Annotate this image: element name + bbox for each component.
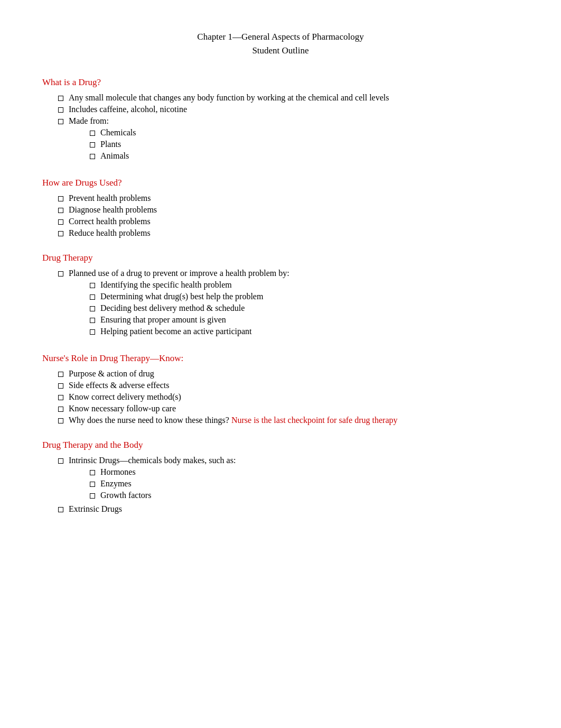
list-item-text: Any small molecule that changes any body… — [69, 93, 519, 103]
list-item: Enzymes — [69, 479, 519, 489]
page-title: Chapter 1—General Aspects of Pharmacolog… — [42, 32, 519, 42]
section-heading-how-are-drugs-used: How are Drugs Used? — [42, 178, 519, 188]
list-item-text: Extrinsic Drugs — [69, 504, 519, 514]
bullet-icon — [90, 142, 95, 148]
list-item: Planned use of a drug to prevent or impr… — [42, 269, 519, 338]
bullet-list-drug-therapy: Planned use of a drug to prevent or impr… — [42, 269, 519, 338]
bullet-icon — [58, 96, 63, 101]
sub-bullet-list: ChemicalsPlantsAnimals — [69, 128, 519, 161]
list-item-text: Made from:ChemicalsPlantsAnimals — [69, 116, 519, 163]
bullet-icon — [58, 507, 63, 512]
bullet-icon — [58, 119, 63, 124]
list-item: Identifying the specific health problem — [69, 280, 519, 290]
sections-container: What is a Drug?Any small molecule that c… — [42, 77, 519, 514]
list-item: Side effects & adverse effects — [42, 381, 519, 390]
list-item: Purpose & action of drug — [42, 369, 519, 379]
bullet-icon — [90, 131, 95, 136]
bullet-icon — [58, 395, 63, 400]
bullet-icon — [58, 208, 63, 213]
bullet-list-drug-therapy-body: Intrinsic Drugs—chemicals body makes, su… — [42, 456, 519, 514]
list-item: Why does the nurse need to know these th… — [42, 416, 519, 425]
page-subtitle: Student Outline — [42, 45, 519, 56]
list-item: Extrinsic Drugs — [42, 504, 519, 514]
bullet-icon — [58, 271, 63, 277]
bullet-icon — [58, 107, 63, 113]
list-item-text: Side effects & adverse effects — [69, 381, 519, 390]
list-item: Animals — [69, 151, 519, 161]
bullet-icon — [58, 407, 63, 412]
section-heading-drug-therapy-body: Drug Therapy and the Body — [42, 440, 519, 450]
list-item: Made from:ChemicalsPlantsAnimals — [42, 116, 519, 163]
section-drug-therapy-body: Drug Therapy and the BodyIntrinsic Drugs… — [42, 440, 519, 514]
list-item: Know necessary follow-up care — [42, 404, 519, 413]
section-how-are-drugs-used: How are Drugs Used?Prevent health proble… — [42, 178, 519, 238]
list-item-text: Animals — [100, 151, 129, 161]
bullet-list-nurses-role: Purpose & action of drugSide effects & a… — [42, 369, 519, 425]
list-item-text: Identifying the specific health problem — [100, 280, 232, 290]
list-item: Prevent health problems — [42, 193, 519, 203]
bullet-icon — [90, 482, 95, 487]
sub-bullet-list: HormonesEnzymesGrowth factors — [69, 467, 519, 500]
list-item: Plants — [69, 140, 519, 149]
list-item-text: Know necessary follow-up care — [69, 404, 519, 413]
bullet-icon — [58, 458, 63, 464]
red-inline-text: Nurse is the last checkpoint for safe dr… — [231, 416, 398, 425]
list-item-text: Purpose & action of drug — [69, 369, 519, 379]
list-item-text: Chemicals — [100, 128, 136, 137]
list-item-text: Diagnose health problems — [69, 205, 519, 215]
list-item: Correct health problems — [42, 217, 519, 226]
list-item: Deciding best delivery method & schedule — [69, 303, 519, 313]
bullet-icon — [58, 372, 63, 377]
list-item-text: Correct health problems — [69, 217, 519, 226]
list-item-text: Ensuring that proper amount is given — [100, 315, 226, 325]
list-item: Hormones — [69, 467, 519, 477]
list-item: Growth factors — [69, 491, 519, 500]
list-item: Know correct delivery method(s) — [42, 392, 519, 402]
bullet-icon — [90, 283, 95, 288]
bullet-icon — [90, 470, 95, 475]
section-heading-nurses-role: Nurse's Role in Drug Therapy—Know: — [42, 353, 519, 364]
bullet-icon — [58, 383, 63, 389]
bullet-icon — [58, 231, 63, 236]
list-item: Diagnose health problems — [42, 205, 519, 215]
list-item-text: Prevent health problems — [69, 193, 519, 203]
plain-text: Why does the nurse need to know these th… — [69, 416, 231, 425]
page-header: Chapter 1—General Aspects of Pharmacolog… — [42, 32, 519, 56]
sub-bullet-list: Identifying the specific health problemD… — [69, 280, 519, 336]
section-drug-therapy: Drug TherapyPlanned use of a drug to pre… — [42, 253, 519, 338]
bullet-list-what-is-a-drug: Any small molecule that changes any body… — [42, 93, 519, 163]
bullet-icon — [90, 493, 95, 499]
section-heading-what-is-a-drug: What is a Drug? — [42, 77, 519, 88]
list-item: Any small molecule that changes any body… — [42, 93, 519, 103]
list-item-text: Enzymes — [100, 479, 132, 489]
list-item-text: Includes caffeine, alcohol, nicotine — [69, 105, 519, 114]
list-item: Reduce health problems — [42, 228, 519, 238]
list-item-text: Why does the nurse need to know these th… — [69, 416, 519, 425]
bullet-list-how-are-drugs-used: Prevent health problemsDiagnose health p… — [42, 193, 519, 238]
list-item-text: Intrinsic Drugs—chemicals body makes, su… — [69, 456, 519, 502]
list-item-text: Determining what drug(s) best help the p… — [100, 292, 263, 301]
bullet-icon — [90, 306, 95, 311]
bullet-icon — [90, 329, 95, 335]
section-what-is-a-drug: What is a Drug?Any small molecule that c… — [42, 77, 519, 163]
list-item-text: Helping patient become an active partici… — [100, 327, 252, 336]
list-item: Includes caffeine, alcohol, nicotine — [42, 105, 519, 114]
list-item: Ensuring that proper amount is given — [69, 315, 519, 325]
list-item-text: Hormones — [100, 467, 136, 477]
section-nurses-role: Nurse's Role in Drug Therapy—Know:Purpos… — [42, 353, 519, 425]
bullet-icon — [58, 219, 63, 225]
list-item-text: Growth factors — [100, 491, 151, 500]
list-item-text: Know correct delivery method(s) — [69, 392, 519, 402]
list-item-text: Deciding best delivery method & schedule — [100, 303, 245, 313]
list-item-text: Reduce health problems — [69, 228, 519, 238]
list-item: Chemicals — [69, 128, 519, 137]
list-item: Determining what drug(s) best help the p… — [69, 292, 519, 301]
bullet-icon — [90, 154, 95, 159]
bullet-icon — [90, 318, 95, 323]
list-item-text: Planned use of a drug to prevent or impr… — [69, 269, 519, 338]
list-item: Intrinsic Drugs—chemicals body makes, su… — [42, 456, 519, 502]
bullet-icon — [58, 196, 63, 201]
list-item: Helping patient become an active partici… — [69, 327, 519, 336]
bullet-icon — [58, 418, 63, 423]
list-item-text: Plants — [100, 140, 121, 149]
